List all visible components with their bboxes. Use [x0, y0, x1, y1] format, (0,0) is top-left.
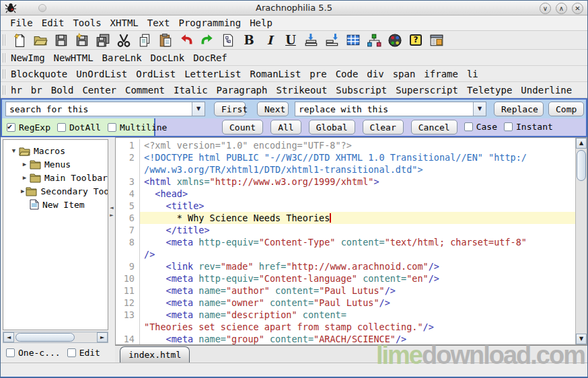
code-text[interactable]: <meta http-equiv="Content-language" cont…: [140, 272, 575, 285]
global-button[interactable]: Global: [309, 120, 355, 135]
code-text[interactable]: <meta name="description" content=: [140, 309, 575, 321]
unchecked-checkbox-icon[interactable]: [504, 122, 513, 131]
unchecked-checkbox-icon[interactable]: [57, 123, 66, 132]
macro-button-strikeout[interactable]: Strikeout: [276, 85, 327, 96]
code-text[interactable]: />: [140, 248, 575, 260]
macro-button-bold[interactable]: Bold: [51, 85, 74, 96]
all-button[interactable]: All: [270, 120, 301, 135]
palette-icon[interactable]: [386, 32, 404, 48]
macro-button-docref[interactable]: DocRef: [193, 52, 227, 63]
bold-icon[interactable]: B: [240, 32, 258, 48]
scroll-right-icon[interactable]: ►: [97, 332, 108, 342]
code-text[interactable]: <head>: [140, 188, 575, 200]
code-editor[interactable]: 1<?xml version="1.0" encoding="UTF-8"?>2…: [116, 138, 575, 344]
checkbox-regexp[interactable]: RegExp: [7, 122, 50, 133]
code-text[interactable]: <meta name="owner" content="Paul Lutus"/…: [140, 297, 575, 309]
close-icon[interactable]: ✕: [572, 3, 583, 14]
checkbox-multiline[interactable]: Multiline: [108, 122, 167, 133]
clear-button[interactable]: Clear: [363, 120, 404, 135]
table-icon[interactable]: [344, 32, 362, 48]
collapse-left-icon[interactable]: ◄: [110, 204, 113, 212]
replace-button[interactable]: Replace: [494, 102, 544, 116]
macro-button-paragraph[interactable]: Paragraph: [217, 85, 268, 96]
split-pane-divider[interactable]: ◄ ►: [108, 137, 115, 363]
scroll-up-icon[interactable]: ▲: [576, 138, 587, 149]
macro-button-newimg[interactable]: NewImg: [11, 52, 45, 63]
redo-icon[interactable]: [198, 32, 216, 48]
menu-help[interactable]: Help: [250, 17, 272, 28]
checkbox-edit[interactable]: Edit: [67, 348, 100, 358]
first-button[interactable]: First: [214, 102, 246, 116]
menu-text[interactable]: Text: [147, 17, 170, 28]
macro-panel-icon[interactable]: [428, 32, 445, 48]
tree-item-main-toolbar[interactable]: ▶Main Toolbar: [3, 171, 108, 184]
maximize-icon[interactable]: ∧: [556, 3, 567, 14]
save-as-icon[interactable]: [73, 32, 91, 48]
macro-button-letterlist[interactable]: LetterList: [184, 69, 241, 79]
unchecked-checkbox-icon[interactable]: [464, 122, 473, 131]
menu-programming[interactable]: Programming: [178, 17, 241, 28]
code-text[interactable]: * Why Science Needs Theories: [140, 212, 575, 224]
open-file-icon[interactable]: [32, 32, 49, 48]
macro-button-span[interactable]: span: [393, 69, 416, 79]
collapsed-arrow-icon[interactable]: ▶: [21, 174, 28, 181]
unchecked-checkbox-icon[interactable]: [67, 348, 76, 357]
macro-button-doclnk[interactable]: DocLnk: [151, 52, 185, 63]
code-text[interactable]: <meta name="author" content="Paul Lutus"…: [140, 285, 575, 297]
macro-button-br[interactable]: br: [31, 85, 42, 96]
checkbox-instant[interactable]: Instant: [504, 122, 553, 132]
tab-index-html[interactable]: index.html: [120, 346, 190, 363]
collapsed-arrow-icon[interactable]: ▶: [21, 161, 28, 167]
comp-button[interactable]: Comp: [548, 102, 584, 116]
code-text[interactable]: <?xml version="1.0" encoding="UTF-8"?>: [140, 139, 575, 151]
macro-button-code[interactable]: Code: [336, 69, 359, 79]
menu-file[interactable]: File: [10, 17, 33, 28]
toolbar-drag-handle[interactable]: [3, 34, 6, 46]
checked-checkbox-icon[interactable]: [7, 123, 15, 132]
menu-xhtml[interactable]: XHTML: [110, 17, 139, 28]
collapsed-arrow-icon[interactable]: ▶: [21, 188, 24, 194]
collapse-right-icon[interactable]: ►: [110, 212, 113, 219]
expanded-arrow-icon[interactable]: ▼: [10, 147, 17, 154]
toolbar-drag-handle[interactable]: [3, 69, 6, 79]
macro-button-superscript[interactable]: Superscript: [396, 85, 458, 96]
code-text[interactable]: <meta http-equiv="Content-Type" content=…: [140, 236, 575, 248]
editor-vertical-scrollbar[interactable]: ▲ ▼: [575, 138, 587, 344]
code-text[interactable]: <html xmlns="http://www.w3.org/1999/xhtm…: [140, 176, 575, 188]
import-text-icon[interactable]: [303, 32, 320, 48]
code-text[interactable]: <!DOCTYPE html PUBLIC "-//W3C//DTD XHTML…: [140, 151, 575, 163]
search-input[interactable]: [6, 102, 192, 116]
macro-button-unordlist[interactable]: UnOrdList: [76, 69, 127, 79]
replace-dropdown-icon[interactable]: ▼: [473, 102, 486, 116]
macro-button-div[interactable]: div: [367, 69, 383, 79]
macro-button-hr[interactable]: hr: [11, 85, 22, 96]
copy-icon[interactable]: [136, 32, 153, 48]
macro-button-ordlist[interactable]: OrdList: [136, 69, 176, 79]
macro-button-italic[interactable]: Italic: [174, 85, 208, 96]
underline-icon[interactable]: U: [282, 32, 299, 48]
macro-button-barelnk[interactable]: BareLnk: [102, 52, 142, 63]
code-text[interactable]: <link rev="made" href="http://www.arachn…: [140, 260, 575, 272]
tree-item-macros[interactable]: ▼Macros: [3, 144, 108, 157]
help-icon[interactable]: ?: [407, 32, 425, 48]
macro-button-pre[interactable]: pre: [309, 69, 326, 79]
code-text[interactable]: </title>: [140, 224, 575, 236]
macro-button-subscript[interactable]: Subscript: [336, 85, 387, 96]
unchecked-checkbox-icon[interactable]: [6, 348, 15, 357]
view-source-icon[interactable]: [219, 32, 237, 48]
sitemap-icon[interactable]: [365, 32, 383, 48]
checkbox-case[interactable]: Case: [464, 122, 497, 132]
cancel-button[interactable]: Cancel: [411, 120, 457, 135]
macro-button-comment[interactable]: Comment: [125, 85, 165, 96]
code-text[interactable]: /www.w3.org/TR/xhtml1/DTD/xhtml1-transit…: [140, 163, 575, 176]
replace-input[interactable]: [295, 102, 473, 116]
macro-button-underline[interactable]: Underline: [521, 85, 572, 96]
window-pin-button[interactable]: [38, 4, 46, 12]
macro-button-iframe[interactable]: iframe: [424, 69, 458, 79]
new-file-icon[interactable]: [11, 32, 28, 48]
scroll-down-icon[interactable]: ▼: [576, 334, 587, 344]
code-text[interactable]: <meta name="group" content="ARACH/SCIENC…: [140, 333, 575, 344]
tree-item-secondary-too[interactable]: ▶Secondary Too: [3, 184, 108, 198]
cut-icon[interactable]: [115, 32, 133, 48]
macro-button-teletype[interactable]: Teletype: [467, 85, 512, 96]
